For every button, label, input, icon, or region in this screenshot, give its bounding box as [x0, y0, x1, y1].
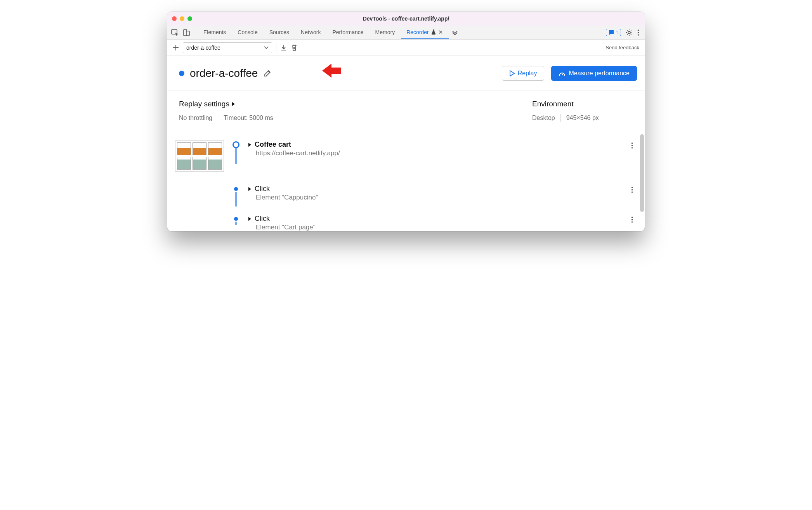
- timeline-marker: [232, 185, 239, 191]
- maximize-window-button[interactable]: [187, 16, 192, 21]
- recording-header: order-a-coffee Replay Measure performanc…: [167, 56, 645, 90]
- replay-label: Replay: [518, 70, 537, 77]
- tab-console[interactable]: Console: [232, 26, 263, 39]
- expand-step-toggle[interactable]: [248, 187, 252, 191]
- recorder-toolbar: order-a-coffee Send feedback: [167, 40, 645, 56]
- tab-label: Network: [301, 29, 321, 35]
- close-window-button[interactable]: [172, 16, 177, 21]
- measure-performance-button[interactable]: Measure performance: [551, 66, 637, 81]
- step-item: Click Element "Cappucino": [175, 185, 637, 215]
- svg-point-3: [628, 31, 630, 34]
- devtools-window: DevTools - coffee-cart.netlify.app/ Elem…: [167, 12, 645, 231]
- tab-label: Console: [238, 29, 257, 35]
- step-thumbnail[interactable]: [175, 141, 224, 172]
- scrollbar[interactable]: [640, 134, 644, 212]
- svg-point-5: [638, 32, 639, 33]
- environment-device: Desktop: [532, 114, 555, 121]
- tab-recorder[interactable]: Recorder ✕: [401, 26, 449, 39]
- separator: [218, 114, 218, 122]
- step-menu-button[interactable]: [631, 141, 633, 149]
- svg-point-6: [638, 34, 639, 36]
- send-feedback-link[interactable]: Send feedback: [606, 45, 639, 50]
- window-controls: [172, 16, 192, 21]
- measure-label: Measure performance: [569, 70, 630, 77]
- svg-point-4: [638, 29, 639, 31]
- recording-select-value: order-a-coffee: [186, 45, 220, 51]
- step-title: Click: [255, 185, 270, 193]
- environment-heading: Environment: [532, 100, 633, 108]
- recording-title: order-a-coffee: [190, 67, 258, 80]
- issues-badge[interactable]: 1: [606, 29, 621, 36]
- titlebar: DevTools - coffee-cart.netlify.app/: [167, 12, 645, 26]
- replay-button[interactable]: Replay: [502, 66, 545, 81]
- replay-settings-heading: Replay settings: [179, 100, 229, 108]
- delete-button[interactable]: [291, 44, 297, 51]
- tab-performance[interactable]: Performance: [327, 26, 369, 39]
- svg-point-15: [632, 221, 633, 223]
- svg-point-9: [632, 147, 633, 149]
- expand-step-toggle[interactable]: [248, 142, 252, 147]
- timeline-marker: [232, 141, 239, 148]
- issues-count: 1: [616, 29, 618, 35]
- recording-select[interactable]: order-a-coffee: [183, 42, 272, 53]
- replay-settings-toggle[interactable]: Replay settings: [179, 100, 532, 108]
- step-subtitle: Element "Cappucino": [256, 194, 623, 201]
- timeout-value: Timeout: 5000 ms: [224, 114, 273, 121]
- tab-memory[interactable]: Memory: [370, 26, 401, 39]
- tab-label: Recorder: [406, 29, 429, 35]
- svg-point-8: [632, 145, 633, 146]
- separator: [276, 43, 276, 52]
- step-title: Click: [255, 215, 270, 223]
- chevron-down-icon: [264, 46, 269, 49]
- environment-viewport: 945×546 px: [566, 114, 599, 121]
- inspect-element-icon[interactable]: [171, 29, 179, 36]
- caret-right-icon: [232, 102, 235, 106]
- close-tab-icon[interactable]: ✕: [438, 29, 443, 36]
- svg-point-14: [632, 219, 633, 220]
- annotation-arrow-icon: [321, 63, 342, 78]
- settings-row: Replay settings No throttling Timeout: 5…: [167, 90, 645, 131]
- step-title: Coffee cart: [255, 141, 291, 149]
- svg-point-7: [632, 142, 633, 144]
- svg-point-11: [632, 189, 633, 191]
- timeline-marker: [232, 215, 239, 221]
- panel-tabs: Elements Console Sources Network Perform…: [167, 26, 645, 40]
- step-menu-button[interactable]: [631, 215, 633, 223]
- steps-list: Coffee cart https://coffee-cart.netlify.…: [167, 131, 645, 231]
- tab-label: Sources: [269, 29, 289, 35]
- play-icon: [509, 70, 515, 76]
- step-menu-button[interactable]: [631, 185, 633, 193]
- chat-icon: [609, 30, 614, 35]
- device-toolbar-icon[interactable]: [183, 29, 190, 36]
- svg-rect-2: [186, 31, 189, 36]
- step-item: Click Element "Cart page": [175, 215, 637, 231]
- new-recording-button[interactable]: [173, 45, 179, 51]
- svg-point-12: [632, 191, 633, 193]
- more-tabs-icon[interactable]: [449, 30, 460, 35]
- tab-sources[interactable]: Sources: [264, 26, 295, 39]
- gauge-icon: [559, 70, 566, 76]
- svg-point-13: [632, 217, 633, 218]
- tab-label: Elements: [203, 29, 226, 35]
- tab-label: Memory: [375, 29, 395, 35]
- step-subtitle: https://coffee-cart.netlify.app/: [256, 149, 623, 157]
- window-title: DevTools - coffee-cart.netlify.app/: [167, 16, 645, 22]
- throttling-value: No throttling: [179, 114, 212, 121]
- recording-status-dot: [179, 71, 184, 76]
- tab-label: Performance: [332, 29, 363, 35]
- separator: [560, 114, 561, 122]
- edit-title-button[interactable]: [263, 69, 272, 78]
- tab-elements[interactable]: Elements: [198, 26, 231, 39]
- svg-point-10: [632, 187, 633, 188]
- expand-step-toggle[interactable]: [248, 217, 252, 221]
- tab-network[interactable]: Network: [295, 26, 326, 39]
- minimize-window-button[interactable]: [180, 16, 184, 21]
- step-item: Coffee cart https://coffee-cart.netlify.…: [175, 141, 637, 185]
- flask-icon: [431, 29, 436, 35]
- settings-icon[interactable]: [626, 29, 633, 36]
- kebab-menu-icon[interactable]: [637, 29, 639, 36]
- step-subtitle: Element "Cart page": [256, 224, 623, 231]
- export-button[interactable]: [280, 44, 287, 51]
